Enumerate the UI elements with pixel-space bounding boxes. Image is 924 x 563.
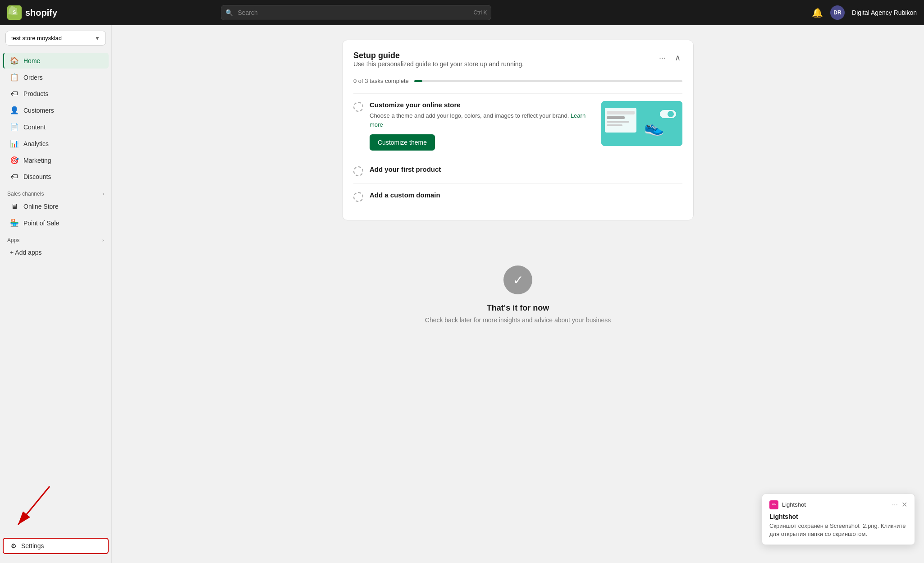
sidebar-item-add-apps[interactable]: + Add apps — [3, 245, 109, 260]
sidebar-item-label: Customers — [23, 107, 54, 114]
content-icon: 📄 — [10, 123, 19, 131]
settings-label: Settings — [21, 542, 44, 549]
check-icon: ✓ — [513, 273, 523, 288]
task-circle-customize — [353, 102, 363, 112]
content-area: Setup guide Use this personalized guide … — [112, 25, 924, 563]
svg-rect-6 — [607, 111, 635, 114]
task-content-product: Add your first product — [370, 165, 682, 176]
settings-icon: ⚙ — [11, 542, 17, 549]
customers-icon: 👤 — [10, 106, 19, 114]
learn-more-link[interactable]: Learn more — [370, 112, 586, 128]
task-custom-domain[interactable]: Add a custom domain — [353, 183, 682, 209]
apps-expand-icon: › — [102, 237, 104, 243]
customize-theme-button[interactable]: Customize theme — [370, 134, 435, 151]
svg-point-11 — [668, 111, 674, 117]
search-shortcut: Ctrl K — [473, 9, 487, 16]
store-selector[interactable]: test store moysklad ▼ — [5, 31, 106, 46]
sidebar-item-home[interactable]: 🏠 Home — [3, 53, 109, 69]
bottom-subtitle: Check back later for more insights and a… — [425, 316, 611, 324]
logo-text: shopify — [25, 8, 57, 18]
sidebar-item-products[interactable]: 🏷 Products — [3, 86, 109, 101]
sidebar-item-online-store[interactable]: 🖥 Online Store — [3, 199, 109, 214]
marketing-icon: 🎯 — [10, 156, 19, 165]
task-image-inner: 👟 — [601, 101, 682, 146]
apps-section[interactable]: Apps › — [0, 232, 111, 245]
task-desc-customize: Choose a theme and add your logo, colors… — [370, 111, 595, 129]
sidebar-footer: ⚙ Settings — [0, 534, 111, 558]
progress-bar-track — [414, 80, 682, 82]
sidebar-item-label: Orders — [23, 74, 43, 81]
sidebar-item-label: Discounts — [23, 173, 51, 180]
progress-text: 0 of 3 tasks complete — [353, 78, 409, 84]
setup-guide-title: Setup guide — [353, 51, 524, 60]
notification-app-name: Lightshot — [782, 501, 806, 508]
sidebar-item-settings[interactable]: ⚙ Settings — [3, 538, 109, 554]
sidebar-navigation: 🏠 Home 📋 Orders 🏷 Products 👤 Customers 📄 — [0, 53, 111, 534]
online-store-icon: 🖥 — [10, 202, 19, 211]
task-title-domain: Add a custom domain — [370, 191, 682, 199]
sidebar-item-marketing[interactable]: 🎯 Marketing — [3, 152, 109, 168]
task-title-customize: Customize your online store — [370, 101, 595, 109]
task-circle-product — [353, 166, 363, 176]
sidebar-item-label: Online Store — [23, 203, 59, 210]
sidebar-item-label: Marketing — [23, 157, 51, 164]
customize-store-illustration: 👟 — [601, 101, 682, 146]
topnav-right-section: 🔔 DR Digital Agency Rubikon — [812, 5, 917, 20]
task-circle-domain — [353, 192, 363, 202]
sales-channels-title: Sales channels — [7, 191, 44, 197]
products-icon: 🏷 — [10, 90, 19, 98]
setup-guide-title-block: Setup guide Use this personalized guide … — [353, 51, 524, 74]
sales-channels-section[interactable]: Sales channels › — [0, 185, 111, 199]
notifications-bell[interactable]: 🔔 — [812, 7, 823, 18]
task-image-customize: 👟 — [601, 101, 682, 146]
analytics-icon: 📊 — [10, 139, 19, 148]
notification-close-button[interactable]: ✕ — [901, 500, 907, 509]
more-options-button[interactable]: ··· — [657, 51, 668, 64]
task-customize-store: Customize your online store Choose a the… — [353, 93, 682, 158]
bottom-title: That's it for now — [487, 303, 549, 313]
collapse-button[interactable]: ∧ — [673, 51, 682, 64]
notification-body-text: Скриншот сохранён в Screenshot_2.png. Кл… — [769, 522, 907, 538]
lightshot-icon: ✏ — [769, 500, 778, 509]
sidebar-item-customers[interactable]: 👤 Customers — [3, 102, 109, 118]
sidebar-item-discounts[interactable]: 🏷 Discounts — [3, 169, 109, 184]
progress-row: 0 of 3 tasks complete — [353, 78, 682, 84]
setup-guide-actions: ··· ∧ — [657, 51, 682, 64]
orders-icon: 📋 — [10, 73, 19, 82]
setup-guide-subtitle: Use this personalized guide to get your … — [353, 60, 524, 68]
sidebar-item-label: Products — [23, 90, 48, 97]
task-add-product[interactable]: Add your first product — [353, 158, 682, 183]
search-bar[interactable]: 🔍 Ctrl K — [221, 5, 491, 20]
shopify-logo-icon: S — [7, 5, 22, 20]
sidebar-item-content[interactable]: 📄 Content — [3, 119, 109, 135]
store-name: test store moysklad — [11, 35, 62, 41]
svg-rect-9 — [607, 124, 622, 126]
notification-actions: ··· ✕ — [892, 500, 907, 509]
home-icon: 🏠 — [10, 56, 19, 65]
shopify-logo[interactable]: S shopify — [7, 5, 57, 20]
search-icon: 🔍 — [225, 9, 233, 16]
sidebar-item-label: Content — [23, 124, 46, 131]
add-apps-label: + Add apps — [10, 249, 41, 256]
avatar[interactable]: DR — [830, 5, 845, 20]
main-layout: test store moysklad ▼ 🏠 Home 📋 Orders 🏷 … — [0, 25, 924, 563]
sidebar-item-point-of-sale[interactable]: 🏪 Point of Sale — [3, 215, 109, 231]
lightshot-notification[interactable]: ✏ Lightshot ··· ✕ Lightshot Скриншот сох… — [762, 494, 915, 545]
apps-title: Apps — [7, 237, 19, 243]
sidebar-item-label: Analytics — [23, 140, 49, 147]
top-navigation: S shopify 🔍 Ctrl K 🔔 DR Digital Agency R… — [0, 0, 924, 25]
sidebar-item-orders[interactable]: 📋 Orders — [3, 69, 109, 85]
search-input[interactable] — [221, 5, 491, 20]
expand-icon: › — [102, 191, 104, 197]
task-title-product: Add your first product — [370, 165, 682, 173]
sidebar-item-label: Home — [23, 57, 40, 64]
username-label: Digital Agency Rubikon — [852, 9, 917, 16]
notification-title-row: ✏ Lightshot — [769, 500, 806, 509]
setup-guide-header: Setup guide Use this personalized guide … — [353, 51, 682, 74]
svg-rect-8 — [607, 121, 629, 123]
notification-more-button[interactable]: ··· — [892, 501, 898, 509]
sidebar-item-analytics[interactable]: 📊 Analytics — [3, 136, 109, 151]
task-content-customize: Customize your online store Choose a the… — [370, 101, 595, 151]
point-of-sale-icon: 🏪 — [10, 219, 19, 227]
chevron-down-icon: ▼ — [95, 35, 100, 41]
